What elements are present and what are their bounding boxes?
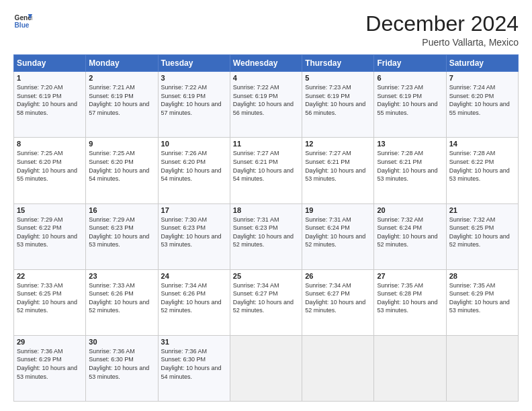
sunrise: Sunrise: 7:28 AM	[377, 150, 423, 156]
sunrise: Sunrise: 7:34 AM	[233, 282, 279, 289]
day-details: Sunrise: 7:25 AM Sunset: 6:20 PM Dayligh…	[89, 149, 154, 183]
sunset: Sunset: 6:22 PM	[449, 158, 494, 165]
day-cell: 11 Sunrise: 7:27 AM Sunset: 6:21 PM Dayl…	[230, 138, 302, 203]
sunrise: Sunrise: 7:31 AM	[233, 216, 279, 223]
daylight: Daylight: 10 hours and 53 minutes.	[161, 233, 222, 248]
sunrise: Sunrise: 7:23 AM	[377, 84, 423, 91]
daylight: Daylight: 10 hours and 52 minutes.	[17, 299, 77, 314]
day-details: Sunrise: 7:36 AM Sunset: 6:30 PM Dayligh…	[161, 347, 227, 381]
daylight: Daylight: 10 hours and 53 minutes.	[305, 167, 365, 183]
sunset: Sunset: 6:23 PM	[89, 224, 134, 231]
day-cell: 26 Sunrise: 7:34 AM Sunset: 6:27 PM Dayl…	[302, 269, 374, 335]
calendar-subtitle: Puerto Vallarta, Mexico	[365, 37, 519, 48]
page: General Blue December 2024 Puerto Vallar…	[0, 0, 532, 411]
daylight: Daylight: 10 hours and 54 minutes.	[89, 167, 149, 183]
day-details: Sunrise: 7:34 AM Sunset: 6:27 PM Dayligh…	[305, 281, 371, 315]
sunrise: Sunrise: 7:32 AM	[449, 216, 496, 223]
daylight: Daylight: 10 hours and 57 minutes.	[161, 101, 222, 116]
day-number: 18	[233, 206, 299, 214]
header-wednesday: Wednesday	[230, 55, 302, 72]
sunrise: Sunrise: 7:31 AM	[305, 216, 351, 223]
daylight: Daylight: 10 hours and 58 minutes.	[17, 101, 77, 116]
sunset: Sunset: 6:19 PM	[161, 93, 206, 99]
day-details: Sunrise: 7:36 AM Sunset: 6:29 PM Dayligh…	[17, 347, 83, 381]
header-monday: Monday	[86, 55, 158, 72]
sunrise: Sunrise: 7:29 AM	[89, 216, 135, 223]
day-number: 2	[89, 74, 154, 82]
day-cell: 10 Sunrise: 7:26 AM Sunset: 6:20 PM Dayl…	[158, 138, 230, 203]
sunset: Sunset: 6:24 PM	[305, 224, 350, 231]
day-details: Sunrise: 7:26 AM Sunset: 6:20 PM Dayligh…	[161, 149, 227, 183]
sunrise: Sunrise: 7:22 AM	[233, 84, 279, 91]
day-number: 7	[449, 74, 515, 82]
sunset: Sunset: 6:26 PM	[89, 290, 134, 297]
day-cell: 12 Sunrise: 7:27 AM Sunset: 6:21 PM Dayl…	[302, 138, 374, 203]
day-cell	[374, 335, 446, 401]
week-row-1: 1 Sunrise: 7:20 AM Sunset: 6:19 PM Dayli…	[14, 72, 519, 138]
week-row-5: 29 Sunrise: 7:36 AM Sunset: 6:29 PM Dayl…	[14, 335, 519, 401]
day-number: 19	[305, 206, 371, 214]
sunrise: Sunrise: 7:33 AM	[89, 282, 135, 289]
calendar-header: Sunday Monday Tuesday Wednesday Thursday…	[14, 55, 519, 72]
sunset: Sunset: 6:29 PM	[17, 356, 62, 363]
day-cell: 2 Sunrise: 7:21 AM Sunset: 6:19 PM Dayli…	[86, 72, 158, 138]
sunset: Sunset: 6:23 PM	[161, 224, 206, 231]
day-number: 3	[161, 74, 227, 82]
header-tuesday: Tuesday	[158, 55, 230, 72]
sunset: Sunset: 6:19 PM	[305, 93, 350, 99]
sunrise: Sunrise: 7:24 AM	[449, 84, 496, 91]
day-number: 28	[449, 272, 515, 280]
day-details: Sunrise: 7:33 AM Sunset: 6:25 PM Dayligh…	[17, 281, 83, 315]
daylight: Daylight: 10 hours and 55 minutes.	[449, 101, 510, 116]
header-friday: Friday	[374, 55, 446, 72]
day-cell	[446, 335, 518, 401]
sunset: Sunset: 6:29 PM	[449, 290, 494, 297]
day-cell: 27 Sunrise: 7:35 AM Sunset: 6:28 PM Dayl…	[374, 269, 446, 335]
header-row: Sunday Monday Tuesday Wednesday Thursday…	[14, 55, 519, 72]
daylight: Daylight: 10 hours and 53 minutes.	[449, 167, 510, 183]
day-details: Sunrise: 7:30 AM Sunset: 6:23 PM Dayligh…	[161, 216, 227, 249]
sunrise: Sunrise: 7:35 AM	[377, 282, 423, 289]
day-number: 31	[161, 338, 227, 346]
sunset: Sunset: 6:25 PM	[17, 290, 62, 297]
day-details: Sunrise: 7:28 AM Sunset: 6:21 PM Dayligh…	[377, 149, 443, 183]
day-number: 29	[17, 338, 83, 346]
day-cell: 5 Sunrise: 7:23 AM Sunset: 6:19 PM Dayli…	[302, 72, 374, 138]
sunrise: Sunrise: 7:35 AM	[449, 282, 496, 289]
sunrise: Sunrise: 7:36 AM	[89, 348, 135, 355]
day-cell: 28 Sunrise: 7:35 AM Sunset: 6:29 PM Dayl…	[446, 269, 518, 335]
sunrise: Sunrise: 7:27 AM	[233, 150, 279, 156]
day-number: 12	[305, 140, 371, 148]
day-details: Sunrise: 7:21 AM Sunset: 6:19 PM Dayligh…	[89, 83, 154, 117]
day-number: 11	[233, 140, 299, 148]
daylight: Daylight: 10 hours and 54 minutes.	[161, 365, 222, 380]
daylight: Daylight: 10 hours and 53 minutes.	[17, 233, 77, 248]
day-details: Sunrise: 7:29 AM Sunset: 6:23 PM Dayligh…	[89, 216, 154, 249]
day-details: Sunrise: 7:23 AM Sunset: 6:19 PM Dayligh…	[377, 83, 443, 117]
day-number: 6	[377, 74, 443, 82]
day-cell: 16 Sunrise: 7:29 AM Sunset: 6:23 PM Dayl…	[86, 203, 158, 269]
daylight: Daylight: 10 hours and 53 minutes.	[377, 167, 437, 183]
daylight: Daylight: 10 hours and 53 minutes.	[17, 365, 77, 380]
day-number: 26	[305, 272, 371, 280]
sunset: Sunset: 6:20 PM	[161, 158, 206, 165]
day-details: Sunrise: 7:22 AM Sunset: 6:19 PM Dayligh…	[161, 83, 227, 117]
day-cell: 9 Sunrise: 7:25 AM Sunset: 6:20 PM Dayli…	[86, 138, 158, 203]
svg-text:Blue: Blue	[15, 21, 30, 29]
day-cell: 29 Sunrise: 7:36 AM Sunset: 6:29 PM Dayl…	[14, 335, 86, 401]
sunset: Sunset: 6:27 PM	[305, 290, 350, 297]
day-details: Sunrise: 7:33 AM Sunset: 6:26 PM Dayligh…	[89, 281, 154, 315]
day-number: 9	[89, 140, 154, 148]
day-cell: 25 Sunrise: 7:34 AM Sunset: 6:27 PM Dayl…	[230, 269, 302, 335]
daylight: Daylight: 10 hours and 57 minutes.	[89, 101, 149, 116]
sunset: Sunset: 6:21 PM	[233, 158, 278, 165]
day-number: 22	[17, 272, 83, 280]
day-cell: 15 Sunrise: 7:29 AM Sunset: 6:22 PM Dayl…	[14, 203, 86, 269]
day-number: 30	[89, 338, 154, 346]
daylight: Daylight: 10 hours and 52 minutes.	[161, 299, 222, 314]
sunset: Sunset: 6:28 PM	[377, 290, 422, 297]
sunrise: Sunrise: 7:25 AM	[17, 150, 63, 156]
day-number: 13	[377, 140, 443, 148]
daylight: Daylight: 10 hours and 52 minutes.	[305, 233, 365, 248]
daylight: Daylight: 10 hours and 56 minutes.	[305, 101, 365, 116]
